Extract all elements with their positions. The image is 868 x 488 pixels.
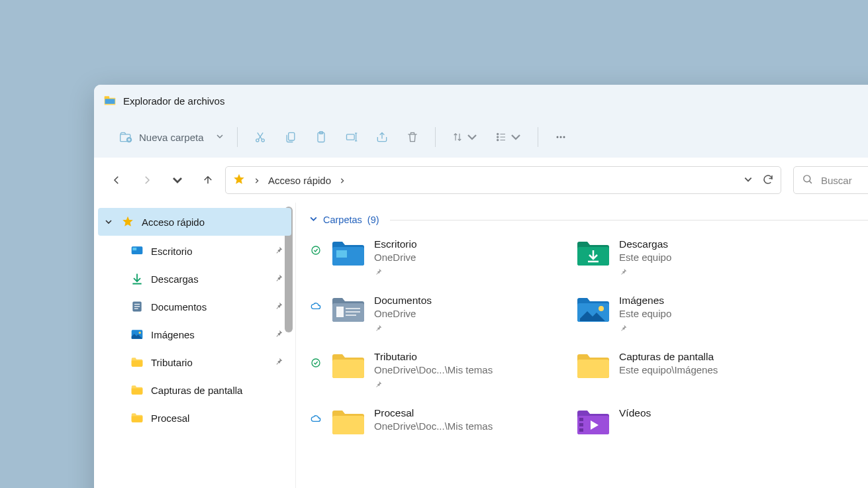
sort-button[interactable]	[444, 124, 486, 150]
folder-location: OneDrive	[374, 308, 432, 319]
folder-location: Este equipo\Imágenes	[619, 364, 718, 375]
svg-point-5	[256, 139, 258, 142]
svg-rect-1	[105, 96, 110, 99]
main-content: Carpetas (9) Escritorio OneDrive	[296, 203, 868, 488]
sidebar-item-label: Escritorio	[151, 246, 193, 257]
svg-point-36	[599, 306, 604, 311]
address-bar[interactable]: Acceso rápido	[225, 166, 781, 194]
pin-icon	[374, 379, 493, 391]
window-title: Explorador de archivos	[123, 95, 224, 107]
sidebar-item-quick-access[interactable]: Acceso rápido	[98, 208, 291, 236]
sidebar-item-label: Documentos	[151, 301, 207, 313]
folder-item[interactable]: Descargas Este equipo	[554, 237, 779, 279]
delete-button[interactable]	[398, 124, 427, 150]
folder-location: OneDrive\Doc...\Mis temas	[374, 420, 493, 432]
svg-point-17	[804, 175, 810, 182]
sidebar-item-desktop[interactable]: Escritorio	[94, 237, 295, 265]
section-count: (9)	[367, 215, 379, 225]
sidebar-item-label: Capturas de pantalla	[151, 385, 242, 396]
svg-rect-33	[346, 311, 360, 313]
pin-icon	[374, 323, 432, 335]
downloads-folder-icon	[575, 237, 611, 269]
sidebar-item-screenshots[interactable]: Capturas de pantalla	[94, 376, 295, 404]
folder-name: Documentos	[374, 295, 432, 307]
section-header[interactable]: Carpetas (9)	[309, 215, 868, 225]
app-icon	[103, 93, 117, 109]
cloud-icon	[309, 414, 322, 424]
document-icon	[130, 299, 144, 314]
svg-point-11	[497, 133, 498, 134]
svg-rect-32	[346, 308, 360, 309]
images-folder-icon	[575, 293, 611, 325]
file-explorer-window: Explorador de archivos Nueva carpeta	[94, 85, 868, 488]
sync-ok-icon	[309, 245, 322, 256]
folder-item[interactable]: Procesal OneDrive\Doc...\Mis temas	[309, 406, 534, 438]
separator	[538, 127, 538, 147]
video-folder-icon	[575, 406, 611, 438]
svg-point-6	[262, 139, 264, 142]
forward-button[interactable]	[134, 167, 160, 193]
new-folder-button[interactable]: Nueva carpeta	[115, 124, 209, 150]
pin-icon	[374, 267, 417, 279]
chevron-down-icon	[309, 215, 318, 225]
more-button[interactable]	[546, 124, 575, 150]
chevron-down-icon[interactable]	[103, 218, 114, 226]
folder-item[interactable]: Tributario OneDrive\Doc...\Mis temas	[309, 350, 534, 391]
breadcrumb-sep-icon	[254, 175, 260, 186]
section-divider	[390, 220, 868, 220]
folder-item[interactable]: Documentos OneDrive	[309, 293, 534, 335]
folder-item[interactable]: Imágenes Este equipo	[554, 293, 779, 335]
search-box[interactable]: Buscar	[793, 166, 868, 194]
recent-dropdown[interactable]	[164, 167, 191, 193]
share-button[interactable]	[367, 124, 397, 150]
folder-name: Tributario	[374, 351, 493, 363]
address-dropdown-icon[interactable]	[744, 175, 753, 186]
sync-ok-icon	[309, 358, 322, 368]
back-button[interactable]	[103, 167, 130, 193]
rename-button[interactable]	[337, 124, 366, 150]
sidebar-item-images[interactable]: Imágenes	[94, 320, 295, 348]
svg-rect-19	[132, 248, 136, 250]
svg-rect-34	[346, 315, 356, 316]
svg-rect-2	[105, 99, 115, 104]
svg-point-25	[139, 332, 141, 334]
folder-item[interactable]: Capturas de pantalla Este equipo\Imágene…	[554, 350, 779, 391]
folder-location: Este equipo	[619, 308, 671, 319]
new-dropdown-icon[interactable]	[211, 131, 229, 143]
star-icon	[121, 215, 135, 229]
svg-rect-23	[134, 309, 138, 309]
sidebar-item-label: Procesal	[151, 413, 189, 424]
star-icon	[232, 173, 246, 188]
copy-button[interactable]	[276, 124, 305, 150]
svg-rect-38	[332, 360, 364, 378]
pin-icon	[619, 267, 671, 279]
folder-item[interactable]: Escritorio OneDrive	[309, 237, 534, 279]
svg-point-13	[497, 139, 498, 140]
cloud-icon	[309, 301, 322, 312]
view-button[interactable]	[487, 124, 530, 150]
folder-name: Capturas de pantalla	[619, 351, 718, 363]
sidebar-item-downloads[interactable]: Descargas	[94, 265, 295, 293]
folder-item[interactable]: Vídeos	[554, 406, 779, 438]
paste-button[interactable]	[307, 124, 336, 150]
folder-name: Vídeos	[619, 407, 651, 419]
pin-icon	[274, 273, 283, 285]
pin-icon	[274, 246, 283, 257]
search-icon	[802, 173, 813, 187]
search-placeholder: Buscar	[821, 175, 852, 186]
sidebar-item-documents[interactable]: Documentos	[94, 293, 295, 320]
sidebar-item-procesal[interactable]: Procesal	[94, 404, 295, 432]
documents-folder-icon	[330, 293, 366, 325]
up-button[interactable]	[195, 167, 221, 193]
svg-rect-43	[579, 423, 583, 426]
sidebar-item-tributario[interactable]: Tributario	[94, 348, 295, 376]
cut-button[interactable]	[246, 124, 275, 150]
folder-icon	[330, 350, 366, 381]
svg-rect-10	[346, 134, 354, 140]
folder-icon	[575, 350, 611, 381]
separator	[237, 127, 238, 147]
sidebar-item-label: Imágenes	[151, 329, 195, 340]
folder-location: Este equipo	[619, 252, 671, 263]
refresh-button[interactable]	[762, 173, 774, 187]
breadcrumb-location[interactable]: Acceso rápido	[268, 175, 331, 186]
